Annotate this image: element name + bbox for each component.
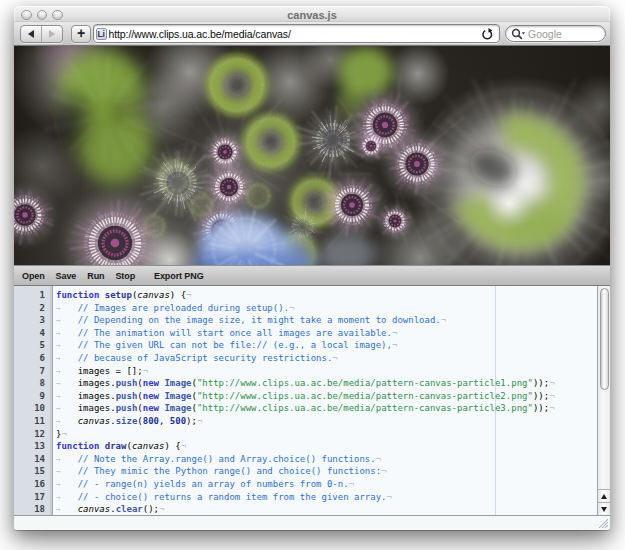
menu-item-stop[interactable]: Stop [115,271,135,281]
code-line[interactable]: →// - choice() returns a random item fro… [54,491,611,504]
history-nav [20,25,63,43]
status-bar [14,515,610,530]
code-line[interactable]: →// Depending on the image size, it migh… [54,314,611,327]
scroll-up-icon [601,494,607,499]
scrollbar-steppers [598,489,610,515]
code-line[interactable]: →images.push(new Image("http://www.clips… [54,377,611,390]
line-number: 1 [14,289,52,302]
line-number: 7 [14,365,52,378]
scroll-down-button[interactable] [598,502,610,515]
menu-item-open[interactable]: Open [22,271,45,281]
reload-icon[interactable] [480,27,494,41]
newline-marker: ¬ [549,403,554,413]
code-line[interactable]: →canvas.size(800, 500);¬ [54,415,611,428]
line-number: 10 [14,402,52,415]
line-number: 12 [14,428,52,441]
code-line[interactable]: function draw(canvas) {¬ [54,440,611,453]
code-line[interactable]: →images.push(new Image("http://www.clips… [54,390,611,403]
code-line[interactable]: →// - range(n) yields an array of number… [54,478,611,491]
scrollbar-thumb[interactable] [600,288,609,390]
line-number: 14 [14,453,52,466]
resize-grip[interactable] [596,516,609,529]
code-line[interactable]: →// Images are preloaded during setup().… [54,302,611,315]
line-number: 4 [14,327,52,340]
address-bar[interactable]: Li http://www.clips.ua.ac.be/media/canva… [93,24,500,43]
newline-marker: ¬ [159,504,164,514]
newline-marker: ¬ [387,492,392,502]
newline-marker: ¬ [381,466,386,476]
forward-button[interactable] [41,26,62,42]
menu-item-run[interactable]: Run [87,271,104,281]
line-number: 2 [14,302,52,315]
menu-item-export-png[interactable]: Export PNG [154,271,204,281]
code-line[interactable]: →// The given URL can not be file:// (e.… [54,339,611,352]
app-menu-bar: OpenSaveRunStopExport PNG [14,265,610,286]
window-title: canvas.js [14,9,610,21]
newline-marker: ¬ [392,340,397,350]
code-line[interactable]: →// The animation will start once all im… [54,327,611,340]
newline-marker: ¬ [549,391,554,401]
code-line[interactable]: →images = [];¬ [54,365,611,378]
forward-icon [49,30,55,38]
search-icon [511,28,525,40]
code-editor: 123456789101112131415161718 function set… [14,286,610,515]
newline-marker: ¬ [376,454,381,464]
browser-window: canvas.js + Li http://www.clips.ua.ac.be… [14,6,610,530]
code-line[interactable]: }¬ [54,428,611,441]
line-number: 3 [14,314,52,327]
newline-marker: ¬ [549,378,554,388]
scroll-up-button[interactable] [598,489,610,502]
search-field[interactable]: Google [505,25,606,42]
scroll-down-icon [601,507,607,512]
generative-art-image [14,46,610,265]
back-icon [28,30,34,38]
site-favicon: Li [96,28,107,40]
add-bookmark-button[interactable]: + [71,25,91,43]
line-number: 16 [14,478,52,491]
line-number: 8 [14,377,52,390]
title-bar[interactable]: canvas.js [14,6,610,22]
line-number-gutter: 123456789101112131415161718 [14,286,53,515]
newline-marker: ¬ [61,429,66,439]
browser-toolbar: + Li http://www.clips.ua.ac.be/media/can… [14,22,610,46]
line-number: 11 [14,415,52,428]
code-line[interactable]: →images.push(new Image("http://www.clips… [54,402,611,415]
newline-marker: ¬ [332,353,337,363]
code-line[interactable]: →// Note the Array.range() and Array.cho… [54,453,611,466]
newline-marker: ¬ [186,290,191,300]
plus-icon: + [77,26,85,40]
line-number: 15 [14,465,52,478]
newline-marker: ¬ [181,441,186,451]
menu-item-save[interactable]: Save [56,271,77,281]
code-pane[interactable]: function setup(canvas) {¬→// Images are … [54,286,611,515]
url-text[interactable]: http://www.clips.ua.ac.be/media/canvas/ [109,28,291,40]
vertical-scrollbar[interactable] [597,286,610,515]
line-number: 18 [14,503,52,516]
newline-marker: ¬ [289,303,294,313]
newline-marker: ¬ [441,315,446,325]
newline-marker: ¬ [392,328,397,338]
code-line[interactable]: →// They mimic the Python range() and ch… [54,465,611,478]
line-number: 13 [14,440,52,453]
canvas-artwork[interactable] [14,46,610,265]
line-number: 5 [14,339,52,352]
newline-marker: ¬ [143,366,148,376]
code-line[interactable]: function setup(canvas) {¬ [54,289,611,302]
code-line[interactable]: →// because of JavaScript security restr… [54,352,611,365]
code-line[interactable]: →canvas.clear();¬ [54,503,611,515]
back-button[interactable] [21,26,41,42]
search-placeholder: Google [528,28,562,40]
newline-marker: ¬ [197,416,202,426]
line-number: 9 [14,390,52,403]
line-number: 6 [14,352,52,365]
newline-marker: ¬ [349,479,354,489]
tab-marker: → [56,504,78,515]
line-number: 17 [14,491,52,504]
